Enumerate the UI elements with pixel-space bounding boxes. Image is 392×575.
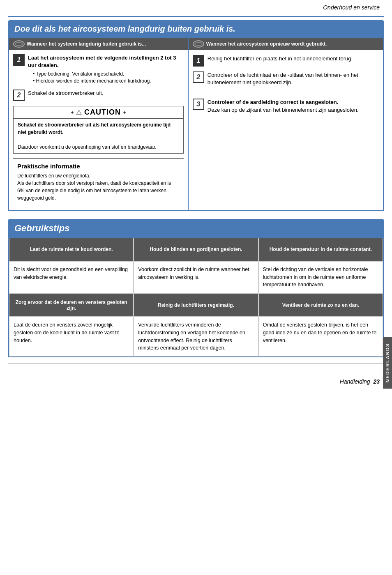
left-panel-header: Wanneer het systeem langdurig buiten geb… [9,38,188,50]
item-1-text: Laat het aircosysteem met de volgende in… [28,54,184,85]
tip-cell-2: Houd de blinden en gordijnen gesloten. [134,238,258,261]
tip-body-2: Voorkom direct zonlicht in de ruimte wan… [134,262,258,285]
tip-body-5: Vervuilde luchtfilters verminderen de lu… [134,317,258,356]
left-item-2: 2 Schakel de stroomverbreker uit. [13,90,184,101]
bottom-divider [8,363,384,364]
tips-grid: Laat de ruimte niet te koud worden. Houd… [8,238,384,357]
side-label: NEDERLANDS [383,337,392,389]
number-badge-1: 1 [13,54,25,66]
bullet-1: Type bediening: Ventilator ingeschakeld. [33,71,184,78]
page-number: 23 [373,378,380,385]
right-item-2-text: Controleer of de luchtinlaat en de -uitl… [208,71,379,86]
right-panel-header: Wanneer het aircosysteem opnieuw wordt g… [189,38,383,50]
right-panel-body: 1 Reinig het luchtfilter en plaats het i… [189,50,383,124]
left-panel-header-text: Wanneer het systeem langdurig buiten geb… [27,41,146,47]
left-panel: Wanneer het systeem langdurig buiten geb… [9,38,189,210]
section1-content: Wanneer het systeem langdurig buiten geb… [8,38,384,211]
tip-header-3: Houd de temperatuur in de ruimte constan… [259,238,383,261]
right-panel-header-text: Wanneer het aircosysteem opnieuw wordt g… [206,41,327,47]
tip-cell-5: Reinig de luchtfilters regelmatig. [134,293,258,317]
caution-label: CAUTION [84,108,121,117]
right-item-1: 1 Reinig het luchtfilter en plaats het i… [193,55,379,67]
tip-body-4: Laat de deuren en vensters zoveel mogeli… [9,317,133,348]
right-panel-icon [193,40,204,48]
tip-cell-3: Houd de temperatuur in de ruimte constan… [258,238,383,261]
header-title: Onderhoud en service [323,4,380,11]
tip-body-6: Omdat de vensters gesloten blijven, is h… [259,317,383,348]
right-panel: Wanneer het aircosysteem opnieuw wordt g… [189,38,383,210]
practical-info: Praktische informatie De luchtfilters en… [13,158,184,206]
section2-wrapper: Gebruikstips Laat de ruimte niet te koud… [8,219,384,357]
right-number-badge-1: 1 [193,55,204,67]
header-divider [8,16,384,17]
right-number-badge-2: 2 [193,71,204,83]
tip-body-cell-3: Stel de richting van de verticale en hor… [258,261,383,293]
item-2-text: Schakel de stroomverbreker uit. [28,90,104,97]
item-1-bullets: Type bediening: Ventilator ingeschakeld.… [33,71,184,85]
section1-title: Doe dit als het aircosysteem langdurig b… [14,24,235,33]
tip-body-3: Stel de richting van de verticale en hor… [259,262,383,293]
tip-body-cell-5: Vervuilde luchtfilters verminderen de lu… [134,317,258,356]
right-item-3: 3 Controleer of de aardleiding correct i… [193,99,379,113]
section1-header: Doe dit als het aircosysteem langdurig b… [8,20,384,38]
section2-title: Gebruikstips [14,223,69,233]
right-item-2: 2 Controleer of de luchtinlaat en de -ui… [193,71,379,86]
caution-section: ⚠ CAUTION Schakel de stroomverbreker uit… [13,106,184,154]
caution-text: Daardoor voorkomt u de opeenhoping van s… [18,144,157,150]
item-2-label: Schakel de stroomverbreker uit. [28,90,104,96]
page-header: Onderhoud en service [0,0,392,13]
tip-body-cell-1: Dit is slecht voor de gezondheid en een … [9,261,134,293]
item-1-bold: Laat het aircosysteem met de volgende in… [28,55,176,68]
tip-cell-4: Zorg ervoor dat de deuren en vensters ge… [9,293,134,317]
practical-title: Praktische informatie [17,163,180,170]
right-item-3-text: Controleer of de aardleiding correct is … [208,99,359,113]
tip-header-4: Zorg ervoor dat de deuren en vensters ge… [9,294,133,316]
left-item-1: 1 Laat het aircosysteem met de volgende … [13,54,184,85]
section2-header: Gebruikstips [8,219,384,238]
tip-header-6: Ventileer de ruimte zo nu en dan. [259,294,383,316]
tip-cell-6: Ventileer de ruimte zo nu en dan. [258,293,383,317]
number-badge-2: 2 [13,90,25,101]
tip-header-1: Laat de ruimte niet te koud worden. [9,238,133,261]
tip-header-2: Houd de blinden en gordijnen gesloten. [134,238,258,261]
caution-header: ⚠ CAUTION [13,106,184,118]
bullet-2: Hierdoor worden de interne mechanieken k… [33,78,184,85]
tip-body-1: Dit is slecht voor de gezondheid en een … [9,262,133,285]
tip-header-5: Reinig de luchtfilters regelmatig. [134,294,258,316]
left-panel-body: 1 Laat het aircosysteem met de volgende … [9,50,188,210]
practical-text: De luchtfilters en uw energienota.Als de… [17,172,180,202]
footer-text: Handleiding [340,378,370,385]
right-item-1-text: Reinig het luchtfilter en plaats het in … [208,55,353,62]
panel-icon [13,40,25,48]
caution-body: Schakel de stroomverbreker uit als het a… [13,118,184,154]
tip-body-cell-4: Laat de deuren en vensters zoveel mogeli… [9,317,134,356]
page-footer: Handleiding 23 [0,372,392,389]
right-number-badge-3: 3 [193,99,204,110]
tip-cell-1: Laat de ruimte niet te koud worden. [9,238,134,261]
tip-body-cell-2: Voorkom direct zonlicht in de ruimte wan… [134,261,258,293]
caution-triangle-icon: ⚠ [76,108,82,116]
tip-body-cell-6: Omdat de vensters gesloten blijven, is h… [258,317,383,356]
caution-bold: Schakel de stroomverbreker uit als het a… [18,122,171,135]
